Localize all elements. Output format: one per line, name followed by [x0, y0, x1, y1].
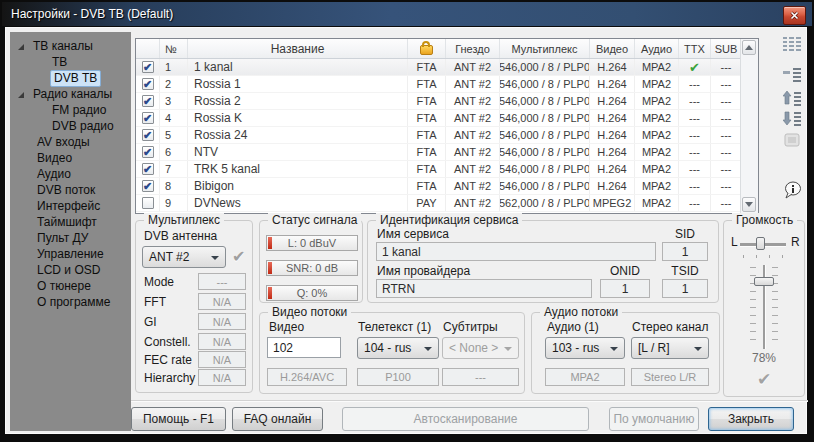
header-number: №: [160, 39, 188, 58]
channel-ttx: ---: [679, 110, 711, 126]
sidebar-item[interactable]: Управление: [10, 247, 131, 263]
scroll-down-button[interactable]: [742, 197, 756, 212]
channel-name[interactable]: 1 kanal: [188, 59, 408, 75]
channel-audio-codec: MPA2: [635, 76, 679, 92]
channel-ttx: ---: [679, 93, 711, 109]
sidebar-item[interactable]: DVB ТВ: [10, 71, 131, 87]
balance-left-label: L: [731, 235, 738, 249]
service-id-group: Идентификация сервиса Имя сервиса SID 1 …: [367, 220, 719, 303]
signal-status-group: Статус сигнала L: 0 dBuV SNR: 0 dB Q: 0%: [259, 220, 363, 303]
video-pid-input[interactable]: 102: [267, 337, 341, 358]
audio-select[interactable]: 103 - rus: [545, 337, 625, 359]
channel-checkbox[interactable]: ✔: [136, 144, 160, 160]
table-row[interactable]: ✔6NTVFTAANT #2546,000 / 8 / PLP0H.264MPA…: [136, 144, 741, 161]
info-icon[interactable]: [778, 179, 806, 201]
volume-slider-thumb[interactable]: [754, 277, 774, 286]
channel-checkbox[interactable]: ✔: [136, 110, 160, 126]
channel-name[interactable]: TRK 5 kanal: [188, 161, 408, 177]
header-socket: Гнездо: [446, 39, 500, 58]
sidebar-item[interactable]: AV входы: [10, 135, 131, 151]
arrow-up-icon: [745, 45, 753, 50]
channel-checkbox[interactable]: ✔: [136, 59, 160, 75]
sidebar-item[interactable]: Таймшифт: [10, 215, 131, 231]
sidebar-item[interactable]: О тюнере: [10, 279, 131, 295]
service-name-field: 1 kanal: [376, 242, 656, 261]
channel-access: FTA: [408, 178, 446, 194]
channel-checkbox[interactable]: ✔: [136, 127, 160, 143]
move-down-icon[interactable]: [778, 108, 806, 130]
antenna-select[interactable]: ANT #2: [142, 246, 226, 268]
channel-checkbox[interactable]: ✔: [136, 178, 160, 194]
table-row[interactable]: ✔8BibigonFTAANT #2546,000 / 8 / PLP0H.26…: [136, 178, 741, 195]
sidebar-item[interactable]: FM радио: [10, 103, 131, 119]
param-value: ---: [198, 273, 246, 290]
channel-name[interactable]: Rossia 1: [188, 76, 408, 92]
remove-channel-icon[interactable]: [778, 64, 806, 86]
sidebar-item[interactable]: Видео: [10, 151, 131, 167]
sidebar-item[interactable]: Пульт ДУ: [10, 231, 131, 247]
expand-arrow-icon[interactable]: [18, 44, 24, 50]
signal-quality-bar: Q: 0%: [266, 285, 358, 301]
help-button[interactable]: Помощь - F1: [131, 407, 226, 431]
sidebar-item-label: DVB радио: [50, 119, 116, 134]
sidebar-item[interactable]: Аудио: [10, 167, 131, 183]
channel-checkbox[interactable]: ✔: [136, 93, 160, 109]
close-dialog-button[interactable]: Закрыть: [708, 407, 794, 431]
table-row[interactable]: ✔7TRK 5 kanalFTAANT #2546,000 / 8 / PLP0…: [136, 161, 741, 178]
checkbox-icon: ✔: [142, 180, 154, 192]
channel-checkbox[interactable]: ✔: [136, 76, 160, 92]
sidebar-item[interactable]: DVB радио: [10, 119, 131, 135]
channel-checkbox[interactable]: ✔: [136, 161, 160, 177]
channel-audio-codec: MPA2: [635, 161, 679, 177]
title-bar[interactable]: Настройки - DVB ТВ (Default): [2, 2, 812, 26]
sidebar-item[interactable]: Радио каналы: [10, 87, 131, 103]
autoscan-button: Автосканирование: [342, 407, 589, 431]
channel-name[interactable]: DVNews: [188, 195, 408, 211]
audio-streams-group: Аудио потоки Аудио (1) Стерео канал 103 …: [531, 312, 720, 394]
channel-name[interactable]: NTV: [188, 144, 408, 160]
close-button[interactable]: [783, 6, 806, 25]
channel-access: FTA: [408, 144, 446, 160]
checkbox-icon: ✔: [142, 146, 154, 158]
sidebar-item-label: О программе: [35, 295, 112, 310]
sidebar-item[interactable]: О программе: [10, 295, 131, 311]
sidebar-item[interactable]: LCD и OSD: [10, 263, 131, 279]
channel-checkbox[interactable]: [136, 195, 160, 211]
table-row[interactable]: 9DVNewsPAYANT #2562,000 / 8 / PLP0MPEG2M…: [136, 195, 741, 212]
move-up-icon[interactable]: [778, 88, 806, 110]
checkbox-icon: [142, 197, 154, 209]
scroll-up-button[interactable]: [742, 40, 756, 55]
table-row[interactable]: ✔5Rossia 24FTAANT #2546,000 / 8 / PLP0H.…: [136, 127, 741, 144]
sidebar-item[interactable]: ТВ: [10, 55, 131, 71]
mute-check-icon[interactable]: ✔: [724, 369, 804, 390]
sidebar-item-label: Видео: [35, 151, 74, 166]
sidebar-item[interactable]: DVB поток: [10, 183, 131, 199]
checkbox-icon: ✔: [142, 112, 154, 124]
sidebar-item[interactable]: Интерфейс: [10, 199, 131, 215]
table-scrollbar[interactable]: [740, 39, 758, 213]
stereo-select[interactable]: [L / R]: [631, 337, 709, 359]
channel-list-icon[interactable]: [778, 33, 806, 55]
channel-multiplex: 546,000 / 8 / PLP0: [500, 76, 590, 92]
channel-multiplex: 546,000 / 8 / PLP0: [500, 161, 590, 177]
table-row[interactable]: ✔2Rossia 1FTAANT #2546,000 / 8 / PLP0H.2…: [136, 76, 741, 93]
table-row[interactable]: ✔11 kanalFTAANT #2546,000 / 8 / PLP0H.26…: [136, 59, 741, 76]
channel-ttx: ---: [679, 178, 711, 194]
channel-audio-codec: MPA2: [635, 127, 679, 143]
channel-name[interactable]: Rossia 2: [188, 93, 408, 109]
faq-button[interactable]: FAQ онлайн: [232, 407, 323, 431]
channel-name[interactable]: Bibigon: [188, 178, 408, 194]
table-row[interactable]: ✔4Rossia KFTAANT #2546,000 / 8 / PLP0H.2…: [136, 110, 741, 127]
expand-arrow-icon[interactable]: [18, 92, 24, 98]
channel-name[interactable]: Rossia 24: [188, 127, 408, 143]
balance-right-label: R: [791, 235, 800, 249]
channel-video-codec: H.264: [590, 161, 635, 177]
param-value: N/A: [198, 293, 246, 310]
table-row[interactable]: ✔3Rossia 2FTAANT #2546,000 / 8 / PLP0H.2…: [136, 93, 741, 110]
balance-slider-thumb[interactable]: [756, 237, 765, 250]
sidebar-item[interactable]: ТВ каналы: [10, 39, 131, 55]
teletext-select[interactable]: 104 - rus: [357, 337, 439, 359]
channel-sub: ---: [711, 161, 741, 177]
channel-name[interactable]: Rossia K: [188, 110, 408, 126]
checkbox-icon: ✔: [142, 95, 154, 107]
